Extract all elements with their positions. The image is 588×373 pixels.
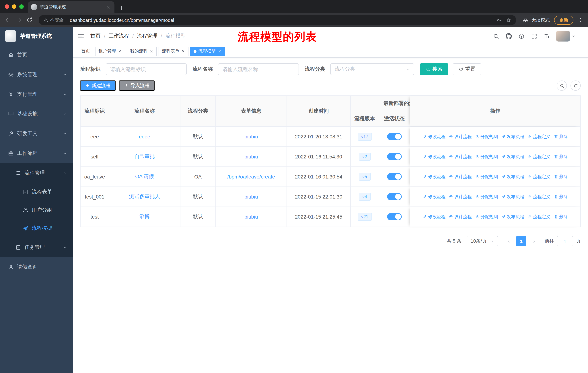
process-key-input[interactable] (106, 63, 187, 75)
sidebar-item-infrastructure[interactable]: 基础设施 (0, 104, 73, 124)
sidebar-item-process-model[interactable]: 流程模型 (0, 219, 73, 238)
action-user-link[interactable]: 分配规则 (475, 153, 498, 160)
action-trash-link[interactable]: 删除 (554, 133, 568, 140)
tag-item-1[interactable]: 租户管理 (95, 46, 125, 56)
active-toggle[interactable] (387, 213, 402, 220)
action-link-link[interactable]: 流程定义 (527, 173, 550, 180)
action-link-link[interactable]: 流程定义 (527, 133, 550, 140)
action-edit-link[interactable]: 修改流程 (422, 133, 445, 140)
sidebar-toggle-icon[interactable] (77, 32, 84, 40)
page-size-select[interactable]: 10条/页 (467, 236, 498, 246)
close-icon[interactable] (149, 49, 153, 53)
goto-page-input[interactable] (557, 236, 573, 246)
sidebar-item-task-management[interactable]: 任务管理 (0, 238, 73, 257)
process-name-link[interactable]: 自己审批 (134, 153, 155, 160)
key-icon[interactable] (496, 17, 502, 23)
tag-item-3[interactable]: 流程表单 (158, 46, 189, 56)
breadcrumb-item[interactable]: 工作流程 (109, 33, 129, 39)
sidebar-item-home[interactable]: 首页 (0, 45, 73, 65)
action-user-link[interactable]: 分配规则 (475, 133, 498, 140)
zoom-window-button[interactable] (19, 4, 24, 9)
create-process-button[interactable]: 新建流程 (80, 80, 116, 91)
action-trash-link[interactable]: 删除 (554, 194, 568, 200)
question-button[interactable] (516, 30, 527, 42)
sidebar-item-process-form[interactable]: 流程表单 (0, 183, 73, 201)
page-number-1[interactable]: 1 (516, 236, 526, 246)
process-name-link[interactable]: 滔博 (139, 213, 150, 220)
category-select[interactable]: 流程分类 (330, 63, 414, 75)
sidebar-item-system-management[interactable]: 系统管理 (0, 65, 73, 84)
browser-menu-button[interactable] (578, 17, 584, 23)
action-link-link[interactable]: 流程定义 (527, 214, 550, 220)
action-send-link[interactable]: 发布流程 (501, 173, 524, 180)
address-bar[interactable]: 不安全 dashboard.yudao.iocoder.cn/bpm/manag… (39, 15, 516, 25)
bookmark-star-icon[interactable] (506, 17, 511, 23)
action-send-link[interactable]: 发布流程 (501, 214, 524, 220)
active-toggle[interactable] (387, 133, 402, 140)
browser-tab[interactable]: 芋道管理系统 (28, 1, 115, 13)
process-name-link[interactable]: OA 请假 (135, 173, 154, 180)
sidebar-item-payment-management[interactable]: 支付管理 (0, 84, 73, 104)
close-icon[interactable] (218, 49, 222, 53)
action-send-link[interactable]: 发布流程 (501, 194, 524, 200)
browser-update-button[interactable]: 更新 (554, 15, 573, 25)
tag-item-2[interactable]: 我的流程 (127, 46, 157, 56)
form-info-link[interactable]: biubiu (244, 194, 258, 200)
tag-item-4[interactable]: 流程模型 (190, 46, 225, 56)
process-name-link[interactable]: eeee (139, 134, 150, 140)
fontsize-button[interactable] (541, 30, 553, 42)
github-button[interactable] (503, 30, 514, 42)
security-chip[interactable]: 不安全 (43, 17, 64, 23)
tab-close-icon[interactable] (106, 5, 111, 10)
action-design-link[interactable]: 设计流程 (449, 133, 472, 140)
user-avatar[interactable] (556, 30, 570, 41)
import-process-button[interactable]: 导入流程 (119, 80, 155, 91)
sidebar-item-workflow[interactable]: 工作流程 (0, 143, 73, 163)
action-user-link[interactable]: 分配规则 (475, 173, 498, 180)
form-info-link[interactable]: biubiu (244, 134, 258, 140)
reload-icon[interactable] (26, 17, 33, 23)
action-send-link[interactable]: 发布流程 (501, 153, 524, 160)
show-search-button[interactable] (557, 81, 567, 91)
sidebar-item-dev-tools[interactable]: 研发工具 (0, 124, 73, 143)
reset-button[interactable]: 重置 (453, 63, 481, 75)
process-name-input[interactable] (218, 63, 299, 75)
action-link-link[interactable]: 流程定义 (527, 194, 550, 200)
next-page-button[interactable] (529, 236, 539, 246)
refresh-table-button[interactable] (570, 81, 581, 91)
tag-item-0[interactable]: 首页 (78, 46, 93, 56)
fullscreen-button[interactable] (529, 30, 540, 42)
active-toggle[interactable] (387, 193, 402, 200)
active-toggle[interactable] (387, 153, 402, 160)
close-icon[interactable] (118, 49, 122, 53)
action-user-link[interactable]: 分配规则 (475, 214, 498, 220)
action-design-link[interactable]: 设计流程 (449, 173, 472, 180)
action-link-link[interactable]: 流程定义 (527, 153, 550, 160)
search-button[interactable]: 搜索 (420, 63, 448, 75)
back-icon[interactable] (4, 17, 11, 23)
form-info-link[interactable]: biubiu (244, 154, 258, 160)
close-icon[interactable] (181, 49, 185, 53)
action-trash-link[interactable]: 删除 (554, 173, 568, 180)
action-edit-link[interactable]: 修改流程 (422, 173, 445, 180)
prev-page-button[interactable] (504, 236, 513, 246)
action-user-link[interactable]: 分配规则 (475, 194, 498, 200)
close-window-button[interactable] (5, 4, 9, 9)
breadcrumb-item[interactable]: 流程管理 (137, 33, 158, 39)
sidebar-item-user-group[interactable]: 用户分组 (0, 201, 73, 219)
sidebar-item-leave-query[interactable]: 请假查询 (0, 257, 73, 277)
action-trash-link[interactable]: 删除 (554, 153, 568, 160)
minimize-window-button[interactable] (12, 4, 16, 9)
forward-icon[interactable] (15, 17, 22, 23)
action-edit-link[interactable]: 修改流程 (422, 214, 445, 220)
action-edit-link[interactable]: 修改流程 (422, 153, 445, 160)
action-design-link[interactable]: 设计流程 (449, 214, 472, 220)
sidebar-item-process-management[interactable]: 流程管理 (0, 163, 73, 183)
avatar-caret-icon[interactable] (572, 34, 576, 38)
process-name-link[interactable]: 测试多审批人 (129, 193, 160, 200)
form-info-link[interactable]: /bpm/oa/leave/create (227, 174, 275, 180)
action-design-link[interactable]: 设计流程 (449, 153, 472, 160)
form-info-link[interactable]: biubiu (244, 214, 258, 220)
action-trash-link[interactable]: 删除 (554, 214, 568, 220)
new-tab-button[interactable] (119, 5, 124, 10)
